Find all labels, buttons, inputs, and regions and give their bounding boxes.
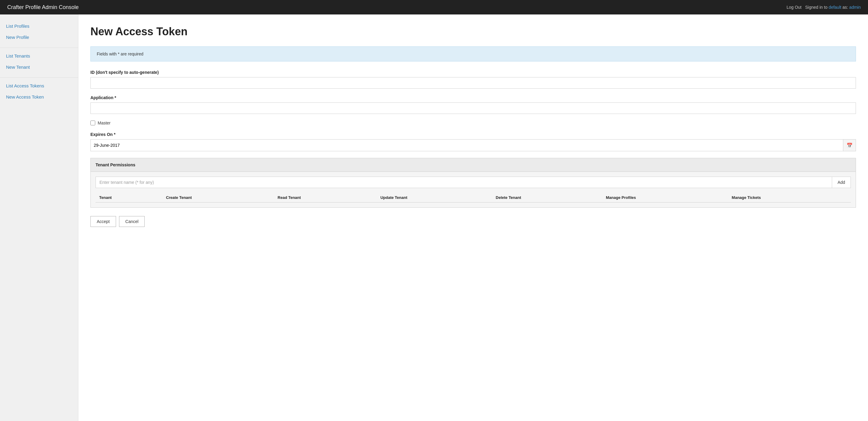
application-field-group: Application *	[90, 95, 856, 114]
tenant-permissions-box: Tenant Permissions Add Tenant Create Ten…	[90, 158, 856, 207]
sidebar-profiles-group: List Profiles New Profile	[0, 21, 78, 43]
calendar-button[interactable]: 📅	[843, 139, 856, 151]
sidebar-item-new-profile[interactable]: New Profile	[0, 32, 78, 43]
user-link[interactable]: admin	[849, 5, 861, 10]
cancel-button[interactable]: Cancel	[119, 216, 145, 227]
accept-button[interactable]: Accept	[90, 216, 116, 227]
permissions-table-head: Tenant Create Tenant Read Tenant Update …	[96, 193, 851, 202]
tenant-link[interactable]: default	[829, 5, 841, 10]
col-header-delete-tenant: Delete Tenant	[492, 193, 602, 202]
sidebar-divider-2	[0, 77, 78, 78]
sidebar-tokens-group: List Access Tokens New Access Token	[0, 80, 78, 102]
col-header-tenant: Tenant	[96, 193, 162, 202]
col-header-manage-profiles: Manage Profiles	[602, 193, 728, 202]
layout: List Profiles New Profile List Tenants N…	[0, 14, 868, 421]
sidebar-item-new-access-token[interactable]: New Access Token	[0, 91, 78, 102]
col-header-create-tenant: Create Tenant	[162, 193, 274, 202]
expires-on-input[interactable]	[91, 139, 843, 151]
add-tenant-button[interactable]: Add	[832, 176, 851, 188]
col-header-update-tenant: Update Tenant	[377, 193, 492, 202]
new-access-token-form: ID (don't specify to auto-generate) Appl…	[90, 70, 856, 227]
master-checkbox-row: Master	[90, 121, 856, 125]
id-field-group: ID (don't specify to auto-generate)	[90, 70, 856, 89]
app-header: Crafter Profile Admin Console Log Out Si…	[0, 0, 868, 14]
master-label[interactable]: Master	[98, 121, 111, 125]
tenant-name-input[interactable]	[96, 176, 832, 188]
sidebar-item-list-profiles[interactable]: List Profiles	[0, 21, 78, 32]
app-title: Crafter Profile Admin Console	[7, 4, 79, 10]
sidebar-item-list-access-tokens[interactable]: List Access Tokens	[0, 80, 78, 91]
info-box: Fields with * are required	[90, 46, 856, 62]
sidebar-item-new-tenant[interactable]: New Tenant	[0, 62, 78, 73]
main-content: New Access Token Fields with * are requi…	[79, 14, 868, 421]
sidebar-divider-1	[0, 47, 78, 48]
expires-on-label: Expires On *	[90, 132, 856, 137]
expires-on-field-group: Expires On * 📅	[90, 132, 856, 151]
sidebar-item-list-tenants[interactable]: List Tenants	[0, 50, 78, 62]
application-input[interactable]	[90, 102, 856, 114]
col-header-read-tenant: Read Tenant	[274, 193, 377, 202]
col-header-manage-tickets: Manage Tickets	[728, 193, 851, 202]
logout-button[interactable]: Log Out	[786, 5, 802, 10]
tenant-permissions-body: Add Tenant Create Tenant Read Tenant Upd…	[91, 172, 856, 207]
application-label: Application *	[90, 95, 856, 100]
date-input-wrapper: 📅	[90, 139, 856, 151]
master-checkbox[interactable]	[90, 121, 95, 125]
calendar-icon: 📅	[846, 142, 852, 148]
tenant-add-row: Add	[96, 176, 851, 188]
id-input[interactable]	[90, 77, 856, 89]
signed-in-text: Signed in to default as: admin	[805, 5, 861, 10]
id-label: ID (don't specify to auto-generate)	[90, 70, 856, 75]
tenant-permissions-header: Tenant Permissions	[91, 158, 856, 172]
sidebar: List Profiles New Profile List Tenants N…	[0, 14, 79, 421]
sidebar-tenants-group: List Tenants New Tenant	[0, 50, 78, 73]
permissions-table-header-row: Tenant Create Tenant Read Tenant Update …	[96, 193, 851, 202]
info-message: Fields with * are required	[97, 52, 144, 56]
page-title: New Access Token	[90, 25, 856, 38]
permissions-table: Tenant Create Tenant Read Tenant Update …	[96, 193, 851, 202]
action-buttons: Accept Cancel	[90, 216, 856, 227]
header-right: Log Out Signed in to default as: admin	[786, 5, 861, 10]
